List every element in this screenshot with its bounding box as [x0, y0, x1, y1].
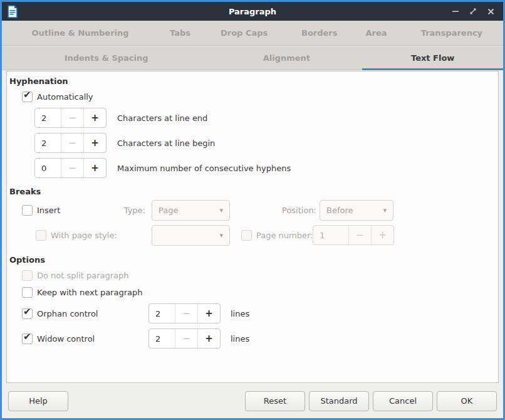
orphan-lines-spinner: 2 − + — [148, 303, 221, 323]
cancel-button[interactable]: Cancel — [373, 391, 433, 411]
tab-alignment[interactable]: Alignment — [211, 46, 362, 70]
check-icon: ✔ — [23, 331, 31, 342]
automatically-checkbox[interactable]: ✔ Automatically — [22, 92, 93, 102]
restore-button[interactable] — [466, 4, 481, 18]
tab-tabs[interactable]: Tabs — [159, 21, 202, 45]
ok-button[interactable]: OK — [437, 391, 497, 411]
tab-text-flow[interactable]: Text Flow — [362, 46, 503, 70]
tab-outline-numbering[interactable]: Outline & Numbering — [2, 21, 159, 45]
max-hyphens-spinner: 0 − + — [34, 158, 107, 178]
dropdown-value: Page — [159, 206, 219, 215]
type-dropdown: Page ▾ — [152, 200, 230, 221]
do-not-split-checkbox: ✔ Do not split paragraph — [22, 270, 129, 281]
close-icon — [487, 8, 494, 15]
spinner-plus-icon[interactable]: + — [83, 159, 106, 177]
spinner-minus-icon: − — [175, 304, 197, 323]
spinner-plus-icon[interactable]: + — [83, 108, 106, 127]
with-page-style-checkbox: ✔ With page style: — [36, 224, 117, 246]
spinner-minus-icon: − — [348, 226, 371, 244]
checkbox-box: ✔ — [22, 205, 33, 216]
spinner-value[interactable]: 2 — [149, 304, 175, 323]
spinner-value: 1 — [313, 226, 348, 244]
tab-transparency[interactable]: Transparency — [400, 21, 503, 45]
chevron-down-icon: ▾ — [383, 206, 387, 214]
type-label: Type: — [101, 199, 145, 221]
help-button[interactable]: Help — [8, 391, 68, 411]
spinner-plus-icon[interactable]: + — [83, 134, 106, 152]
check-icon: ✔ — [23, 306, 31, 317]
reset-button[interactable]: Reset — [245, 391, 305, 411]
max-hyphens-label: Maximum number of consecutive hyphens — [117, 164, 291, 173]
standard-button[interactable]: Standard — [309, 391, 369, 411]
checkbox-label: Keep with next paragraph — [37, 288, 143, 297]
spinner-minus-icon: − — [175, 329, 197, 348]
checkbox-box: ✔ — [241, 230, 252, 241]
checkbox-box: ✔ — [22, 287, 33, 298]
widow-lines-unit: lines — [231, 334, 249, 344]
position-dropdown: Before ▾ — [320, 200, 393, 221]
checkbox-label: Do not split paragraph — [37, 271, 129, 280]
checkbox-box: ✔ — [22, 333, 33, 344]
spinner-minus-icon: − — [61, 108, 83, 127]
orphan-lines-unit: lines — [231, 309, 249, 318]
chars-line-end-label: Characters at line end — [117, 113, 207, 123]
writer-document-icon — [7, 4, 19, 18]
widow-control-checkbox[interactable]: ✔ Widow control — [22, 333, 148, 344]
window-title: Paragraph — [2, 7, 503, 16]
checkbox-label: With page style: — [51, 231, 117, 240]
spinner-value[interactable]: 2 — [35, 108, 61, 127]
spinner-minus-icon: − — [61, 159, 83, 177]
chevron-down-icon: ▾ — [219, 231, 223, 239]
dropdown-value: Before — [326, 206, 383, 215]
hyphenation-header: Hyphenation — [9, 76, 68, 86]
checkbox-label: Automatically — [37, 92, 93, 102]
minimize-button[interactable] — [448, 4, 463, 18]
chars-line-begin-label: Characters at line begin — [117, 139, 215, 148]
page-style-dropdown: ▾ — [152, 225, 230, 246]
text-flow-panel: Hyphenation ✔ Automatically 2 − + Charac… — [6, 71, 499, 383]
checkbox-box: ✔ — [36, 230, 46, 241]
tab-bar-top: Outline & Numbering Tabs Drop Caps Borde… — [2, 21, 503, 46]
spinner-value[interactable]: 2 — [35, 134, 61, 152]
spinner-plus-icon: + — [371, 226, 393, 244]
breaks-header: Breaks — [9, 187, 41, 196]
checkbox-box: ✔ — [22, 308, 33, 319]
checkbox-label: Insert — [37, 206, 60, 215]
tab-borders[interactable]: Borders — [286, 21, 352, 45]
position-label: Position: — [263, 199, 316, 221]
tab-drop-caps[interactable]: Drop Caps — [202, 21, 287, 45]
checkbox-label: Page number: — [256, 231, 313, 240]
tab-bar-bottom: Indents & Spacing Alignment Text Flow — [2, 46, 503, 70]
orphan-control-checkbox[interactable]: ✔ Orphan control — [22, 308, 148, 319]
page-number-checkbox: ✔ Page number: — [241, 224, 313, 246]
checkbox-box: ✔ — [22, 270, 33, 281]
spinner-minus-icon: − — [61, 134, 83, 152]
minimize-icon — [452, 8, 459, 15]
spinner-plus-icon[interactable]: + — [197, 304, 220, 323]
chevron-down-icon: ▾ — [219, 206, 223, 214]
paragraph-dialog: Paragraph Outline & Numbering Tabs Dr — [0, 0, 505, 420]
restore-icon — [469, 8, 477, 15]
checkbox-label: Orphan control — [37, 309, 98, 318]
page-number-spinner: 1 − + — [313, 225, 394, 245]
checkbox-label: Widow control — [37, 334, 95, 344]
keep-with-next-checkbox[interactable]: ✔ Keep with next paragraph — [22, 287, 143, 298]
chars-line-begin-spinner: 2 − + — [34, 133, 107, 153]
tab-area[interactable]: Area — [352, 21, 400, 45]
dialog-button-bar: Help Reset Standard Cancel OK — [2, 384, 503, 418]
chars-line-end-spinner: 2 − + — [34, 108, 107, 128]
spinner-value[interactable]: 2 — [149, 329, 175, 348]
titlebar: Paragraph — [2, 2, 503, 21]
insert-checkbox[interactable]: ✔ Insert — [22, 199, 60, 221]
widow-lines-spinner: 2 − + — [148, 328, 221, 349]
check-icon: ✔ — [23, 89, 31, 100]
checkbox-box: ✔ — [22, 92, 33, 102]
spinner-value[interactable]: 0 — [35, 159, 61, 177]
spinner-plus-icon[interactable]: + — [197, 329, 220, 348]
tab-indents-spacing[interactable]: Indents & Spacing — [2, 46, 211, 70]
close-button[interactable] — [483, 4, 498, 18]
options-header: Options — [9, 255, 45, 265]
